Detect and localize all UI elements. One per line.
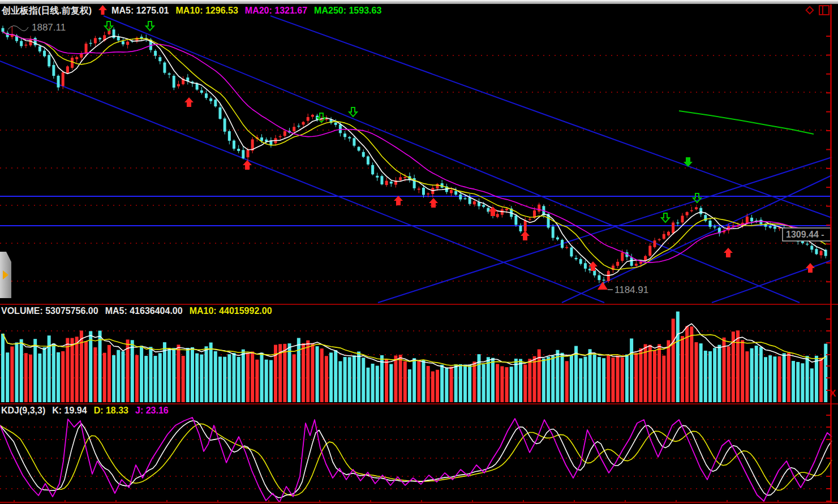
volume-bar <box>634 353 638 402</box>
price-markers: 1887.111184.911309.44 - <box>8 22 831 295</box>
chart-canvas[interactable]: 1887.111184.911309.44 - <box>0 0 838 504</box>
volume-bar <box>297 338 300 402</box>
candle <box>561 239 564 249</box>
volume-bar <box>140 346 143 402</box>
volume-bar <box>195 354 199 402</box>
candle <box>168 72 171 79</box>
volume-bar <box>66 338 69 402</box>
diagonal-trendline[interactable] <box>270 16 832 218</box>
volume-bar <box>311 343 314 402</box>
volume-bar <box>144 356 148 402</box>
volume-bar <box>389 364 393 402</box>
diagonal-trendline[interactable] <box>712 260 832 303</box>
ma10-value: MA10: 1296.53 <box>176 6 238 15</box>
candle <box>163 61 166 75</box>
candle <box>307 114 310 124</box>
split-window-icon[interactable] <box>819 5 830 15</box>
candle <box>367 155 369 165</box>
volume-bar <box>510 367 513 402</box>
candle <box>413 175 416 191</box>
volume-bar <box>570 355 573 402</box>
kdj-j-line <box>0 417 832 502</box>
volume-bar <box>343 357 347 402</box>
candle <box>24 42 27 48</box>
volume-bar <box>288 343 291 402</box>
volume-bar <box>796 362 800 402</box>
sidebar-flyout-tab[interactable] <box>0 252 11 298</box>
candle <box>122 38 124 46</box>
candle <box>205 91 208 100</box>
volume-bar <box>431 372 435 402</box>
volume-bar <box>690 326 693 402</box>
volume-bar <box>487 357 490 402</box>
candle <box>311 114 314 119</box>
volume-bar <box>491 358 495 402</box>
sell-signal-arrow-hollow <box>349 107 357 117</box>
volume-bar <box>778 356 781 402</box>
volume-bar <box>334 350 337 402</box>
diagonal-trendline[interactable] <box>378 157 832 303</box>
volume-bar <box>639 348 642 402</box>
candle <box>390 180 393 187</box>
candle <box>224 117 226 134</box>
candle <box>233 139 235 150</box>
candle <box>565 245 568 249</box>
candle <box>48 53 50 68</box>
panel-frame <box>0 5 838 503</box>
candle <box>714 225 716 230</box>
volume-bar <box>556 350 559 402</box>
candle <box>154 49 157 59</box>
candle <box>358 146 360 152</box>
sell-signal-arrow-hollow <box>317 113 325 122</box>
diagonal-trendline[interactable] <box>104 16 800 303</box>
volume-bar <box>200 355 203 402</box>
candle <box>815 246 818 255</box>
candle <box>686 211 689 218</box>
volume-bar <box>588 349 592 402</box>
candle <box>663 231 665 240</box>
volume-bar <box>427 366 430 402</box>
volume-bar <box>10 346 14 402</box>
volume-bar <box>801 363 804 402</box>
volume-bar <box>20 339 23 402</box>
sell-signal-arrow-hollow <box>661 213 669 222</box>
candle <box>348 136 351 141</box>
candle <box>380 174 383 185</box>
ma5-line <box>3 32 826 275</box>
candle <box>750 215 753 225</box>
indicator-close-button[interactable]: X <box>830 388 836 399</box>
candle <box>237 145 240 153</box>
volume-bar <box>131 340 134 402</box>
candle <box>820 249 823 259</box>
volume-bar <box>362 357 365 402</box>
kdj-name: KDJ(9,3,3) <box>1 406 45 415</box>
volume-bar <box>237 357 240 402</box>
volume-bar <box>408 369 411 402</box>
candle <box>732 223 734 229</box>
candle <box>302 121 305 127</box>
candle <box>52 61 55 79</box>
candle <box>135 37 138 44</box>
volume-bar <box>223 357 226 402</box>
candle <box>699 206 702 217</box>
volume-bar <box>103 353 106 402</box>
diamond-icon[interactable] <box>805 5 815 15</box>
volume-bar <box>403 361 407 402</box>
volume-bar <box>505 367 509 402</box>
candle <box>279 135 282 140</box>
volume-bar <box>533 356 536 402</box>
volume-bar <box>84 341 88 402</box>
volume-bar <box>542 359 545 402</box>
candlestick-series <box>2 25 827 287</box>
gridlines <box>0 55 830 489</box>
candle <box>394 177 397 187</box>
candle <box>607 269 610 283</box>
volume-bar <box>108 345 111 402</box>
volume-bar <box>741 340 744 402</box>
volume-bar <box>598 357 601 402</box>
candle <box>94 36 97 46</box>
volume-bar <box>681 336 684 402</box>
ma5-value: MA5: 1275.01 <box>111 6 169 15</box>
candle <box>6 31 9 40</box>
volume-bar <box>672 318 675 402</box>
